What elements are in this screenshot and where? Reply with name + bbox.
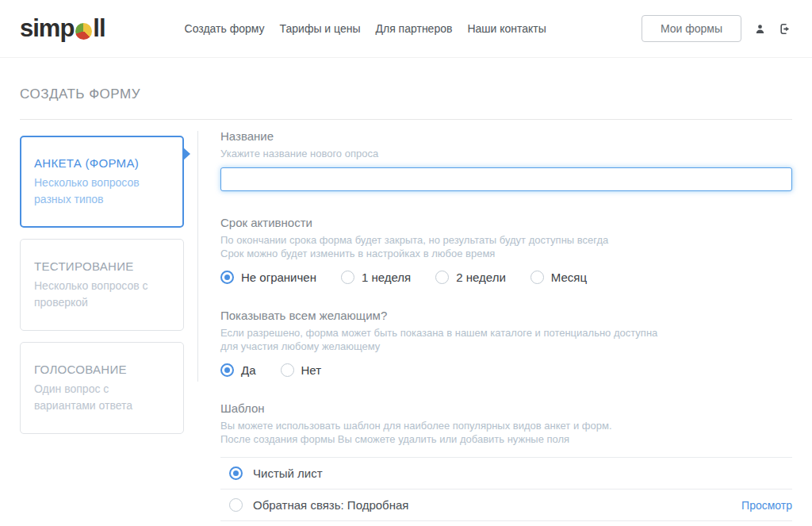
- duration-label: Срок активности: [220, 216, 792, 229]
- radio-1-week[interactable]: 1 неделя: [341, 271, 411, 284]
- page-title: СОЗДАТЬ ФОРМУ: [20, 86, 792, 102]
- visibility-hint-1: Если разрешено, форма может быть показан…: [220, 326, 792, 340]
- radio-icon[interactable]: [530, 271, 544, 284]
- duration-section: Срок активности По окончании срока форма…: [220, 216, 792, 284]
- top-header: simp ll Создать форму Тарифы и цены Для …: [0, 0, 812, 58]
- radio-month[interactable]: Месяц: [530, 271, 587, 284]
- nav-item-pricing[interactable]: Тарифы и цены: [280, 22, 361, 35]
- nav-item-contacts[interactable]: Наши контакты: [467, 22, 546, 35]
- template-hint-2: После создания формы Вы сможете удалить …: [220, 432, 792, 446]
- simpoll-logo[interactable]: simp ll: [20, 14, 105, 43]
- nav-item-create-form[interactable]: Создать форму: [185, 22, 265, 35]
- pie-chart-icon: [75, 23, 92, 40]
- template-list: Чистый лист Обратная связь: Подробная Пр…: [220, 457, 792, 526]
- user-icon[interactable]: [753, 22, 767, 36]
- radio-no[interactable]: Нет: [281, 363, 322, 377]
- duration-hint-2: Срок можно будет изменить в настройках в…: [220, 247, 792, 260]
- template-row-feedback-simple[interactable]: Обратная связь: Простая Просмотр: [220, 520, 792, 526]
- template-section: Шаблон Вы можете использовать шаблон для…: [220, 401, 792, 526]
- radio-icon[interactable]: [229, 498, 243, 512]
- title-divider: [20, 119, 792, 120]
- header-right-group: Мои формы: [642, 15, 792, 42]
- visibility-section: Показывать всем желающим? Если разрешено…: [220, 309, 792, 377]
- template-row-blank[interactable]: Чистый лист: [220, 457, 792, 489]
- template-label: Шаблон: [220, 401, 792, 415]
- create-form-panel: Название Укажите название нового опроса …: [197, 129, 792, 526]
- tab-subtitle: Несколько вопросов разных типов: [34, 175, 170, 208]
- tab-title: ТЕСТИРОВАНИЕ: [34, 259, 170, 273]
- radio-icon[interactable]: [220, 271, 234, 284]
- tab-title: ГОЛОСОВАНИЕ: [34, 363, 170, 376]
- preview-link[interactable]: Просмотр: [741, 499, 792, 512]
- my-forms-button[interactable]: Мои формы: [642, 15, 741, 42]
- template-hint-1: Вы можете использовать шаблон для наибол…: [220, 419, 792, 432]
- tab-testirovanie[interactable]: ТЕСТИРОВАНИЕ Несколько вопросов с провер…: [20, 239, 184, 331]
- template-row-feedback-detailed[interactable]: Обратная связь: Подробная Просмотр: [220, 489, 792, 520]
- name-hint: Укажите название нового опроса: [220, 147, 792, 160]
- tab-subtitle: Один вопрос с вариантами ответа: [34, 381, 170, 414]
- name-label: Название: [220, 129, 792, 143]
- tab-golosovanie[interactable]: ГОЛОСОВАНИЕ Один вопрос с вариантами отв…: [20, 342, 184, 434]
- radio-unlimited[interactable]: Не ограничен: [220, 271, 316, 284]
- main-nav: Создать форму Тарифы и цены Для партнеро…: [185, 22, 546, 35]
- radio-icon[interactable]: [341, 271, 354, 284]
- tab-title: АНКЕТА (ФОРМА): [34, 156, 170, 170]
- logo-text-post: ll: [93, 14, 105, 43]
- radio-icon[interactable]: [281, 363, 294, 377]
- duration-hint-1: По окончании срока форма будет закрыта, …: [220, 233, 792, 247]
- tab-subtitle: Несколько вопросов с проверкой: [34, 278, 170, 311]
- radio-2-weeks[interactable]: 2 недели: [435, 271, 506, 284]
- form-name-input[interactable]: [220, 167, 792, 191]
- visibility-label: Показывать всем желающим?: [220, 309, 792, 322]
- nav-item-partners[interactable]: Для партнеров: [376, 22, 453, 35]
- radio-yes[interactable]: Да: [220, 363, 256, 377]
- logo-text-pre: simp: [20, 14, 74, 43]
- logout-icon[interactable]: [779, 22, 792, 36]
- visibility-hint-2: для участия любому желающему: [220, 340, 792, 353]
- active-tab-arrow-icon: [182, 147, 190, 161]
- visibility-options: Да Нет: [220, 363, 792, 377]
- radio-icon[interactable]: [220, 363, 234, 377]
- duration-options: Не ограничен 1 неделя 2 недели Месяц: [220, 271, 792, 284]
- name-section: Название Укажите название нового опроса: [220, 129, 792, 191]
- radio-icon[interactable]: [435, 271, 449, 284]
- tab-anketa-forma[interactable]: АНКЕТА (ФОРМА) Несколько вопросов разных…: [20, 136, 184, 228]
- radio-icon[interactable]: [229, 466, 243, 480]
- form-type-sidebar: АНКЕТА (ФОРМА) Несколько вопросов разных…: [20, 136, 184, 434]
